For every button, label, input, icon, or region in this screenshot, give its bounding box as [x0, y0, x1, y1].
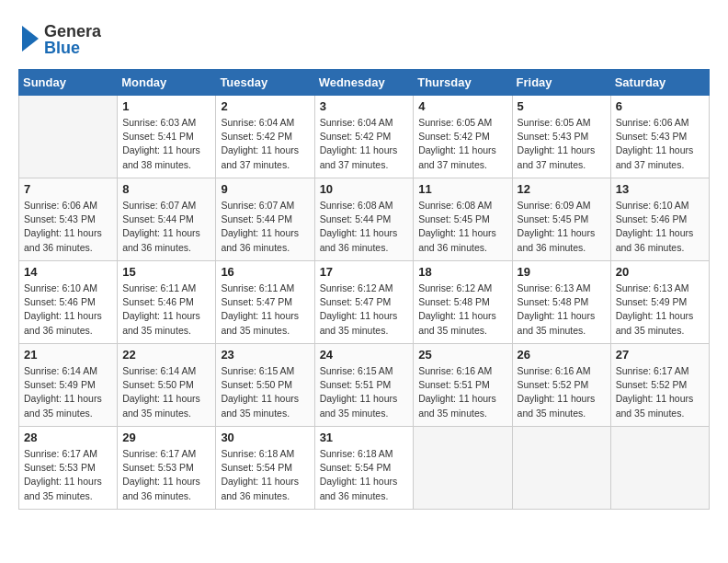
calendar-cell [19, 96, 118, 178]
logo: GeneralBlue [18, 18, 101, 60]
day-number: 1 [122, 99, 210, 113]
day-info: Sunrise: 6:12 AM Sunset: 5:48 PM Dayligh… [418, 282, 506, 338]
calendar-cell: 2Sunrise: 6:04 AM Sunset: 5:42 PM Daylig… [216, 96, 314, 178]
calendar-cell: 11Sunrise: 6:08 AM Sunset: 5:45 PM Dayli… [414, 178, 512, 261]
calendar-cell: 17Sunrise: 6:12 AM Sunset: 5:47 PM Dayli… [314, 261, 414, 344]
day-number: 26 [518, 348, 606, 362]
calendar-cell: 30Sunrise: 6:18 AM Sunset: 5:54 PM Dayli… [216, 427, 314, 510]
day-info: Sunrise: 6:18 AM Sunset: 5:54 PM Dayligh… [320, 447, 409, 503]
day-info: Sunrise: 6:18 AM Sunset: 5:54 PM Dayligh… [221, 447, 309, 503]
day-number: 15 [122, 265, 210, 279]
day-number: 5 [518, 99, 606, 113]
day-number: 7 [24, 182, 112, 196]
day-number: 20 [616, 265, 704, 279]
day-number: 22 [122, 348, 210, 362]
day-number: 29 [122, 431, 210, 444]
day-number: 14 [24, 265, 112, 279]
day-info: Sunrise: 6:13 AM Sunset: 5:48 PM Dayligh… [518, 282, 606, 338]
calendar-cell: 8Sunrise: 6:07 AM Sunset: 5:44 PM Daylig… [118, 178, 216, 261]
day-info: Sunrise: 6:07 AM Sunset: 5:44 PM Dayligh… [221, 199, 309, 255]
day-info: Sunrise: 6:17 AM Sunset: 5:53 PM Dayligh… [122, 447, 210, 503]
column-header-saturday: Saturday [610, 70, 709, 96]
day-number: 18 [418, 265, 506, 279]
calendar-cell: 15Sunrise: 6:11 AM Sunset: 5:46 PM Dayli… [118, 261, 216, 344]
day-info: Sunrise: 6:08 AM Sunset: 5:44 PM Dayligh… [320, 199, 409, 255]
day-info: Sunrise: 6:10 AM Sunset: 5:46 PM Dayligh… [616, 199, 704, 255]
day-info: Sunrise: 6:04 AM Sunset: 5:42 PM Dayligh… [221, 116, 309, 172]
header-row: SundayMondayTuesdayWednesdayThursdayFrid… [19, 70, 710, 96]
day-number: 6 [616, 99, 704, 113]
day-number: 2 [221, 99, 309, 113]
day-number: 31 [320, 431, 409, 444]
calendar-cell [610, 427, 709, 510]
calendar-cell: 29Sunrise: 6:17 AM Sunset: 5:53 PM Dayli… [118, 427, 216, 510]
calendar-table: SundayMondayTuesdayWednesdayThursdayFrid… [18, 69, 710, 510]
day-info: Sunrise: 6:05 AM Sunset: 5:43 PM Dayligh… [518, 116, 606, 172]
calendar-cell: 6Sunrise: 6:06 AM Sunset: 5:43 PM Daylig… [610, 96, 709, 178]
day-info: Sunrise: 6:06 AM Sunset: 5:43 PM Dayligh… [24, 199, 112, 255]
calendar-cell: 23Sunrise: 6:15 AM Sunset: 5:50 PM Dayli… [216, 344, 314, 427]
day-info: Sunrise: 6:17 AM Sunset: 5:52 PM Dayligh… [616, 364, 704, 420]
calendar-cell: 28Sunrise: 6:17 AM Sunset: 5:53 PM Dayli… [19, 427, 118, 510]
day-info: Sunrise: 6:03 AM Sunset: 5:41 PM Dayligh… [122, 116, 210, 172]
calendar-cell: 16Sunrise: 6:11 AM Sunset: 5:47 PM Dayli… [216, 261, 314, 344]
calendar-cell: 12Sunrise: 6:09 AM Sunset: 5:45 PM Dayli… [512, 178, 610, 261]
day-number: 11 [418, 182, 506, 196]
day-number: 24 [320, 348, 409, 362]
day-number: 4 [418, 99, 506, 113]
day-info: Sunrise: 6:16 AM Sunset: 5:51 PM Dayligh… [418, 364, 506, 420]
day-number: 25 [418, 348, 506, 362]
day-info: Sunrise: 6:14 AM Sunset: 5:50 PM Dayligh… [122, 364, 210, 420]
day-number: 13 [616, 182, 704, 196]
calendar-cell: 13Sunrise: 6:10 AM Sunset: 5:46 PM Dayli… [610, 178, 709, 261]
calendar-cell: 31Sunrise: 6:18 AM Sunset: 5:54 PM Dayli… [314, 427, 414, 510]
day-info: Sunrise: 6:11 AM Sunset: 5:46 PM Dayligh… [122, 282, 210, 338]
svg-text:General: General [44, 22, 101, 40]
column-header-monday: Monday [118, 70, 216, 96]
page-header: GeneralBlue [18, 18, 710, 60]
calendar-cell: 14Sunrise: 6:10 AM Sunset: 5:46 PM Dayli… [19, 261, 118, 344]
week-row-3: 14Sunrise: 6:10 AM Sunset: 5:46 PM Dayli… [19, 261, 710, 344]
day-number: 10 [320, 182, 409, 196]
calendar-cell: 18Sunrise: 6:12 AM Sunset: 5:48 PM Dayli… [414, 261, 512, 344]
day-info: Sunrise: 6:13 AM Sunset: 5:49 PM Dayligh… [616, 282, 704, 338]
day-number: 3 [320, 99, 409, 113]
svg-marker-0 [22, 26, 39, 52]
calendar-cell: 7Sunrise: 6:06 AM Sunset: 5:43 PM Daylig… [19, 178, 118, 261]
calendar-cell: 5Sunrise: 6:05 AM Sunset: 5:43 PM Daylig… [512, 96, 610, 178]
calendar-cell [512, 427, 610, 510]
week-row-1: 1Sunrise: 6:03 AM Sunset: 5:41 PM Daylig… [19, 96, 710, 178]
calendar-cell: 9Sunrise: 6:07 AM Sunset: 5:44 PM Daylig… [216, 178, 314, 261]
week-row-4: 21Sunrise: 6:14 AM Sunset: 5:49 PM Dayli… [19, 344, 710, 427]
column-header-wednesday: Wednesday [314, 70, 414, 96]
day-info: Sunrise: 6:15 AM Sunset: 5:50 PM Dayligh… [221, 364, 309, 420]
day-info: Sunrise: 6:15 AM Sunset: 5:51 PM Dayligh… [320, 364, 409, 420]
day-info: Sunrise: 6:08 AM Sunset: 5:45 PM Dayligh… [418, 199, 506, 255]
day-number: 12 [518, 182, 606, 196]
calendar-cell: 21Sunrise: 6:14 AM Sunset: 5:49 PM Dayli… [19, 344, 118, 427]
day-info: Sunrise: 6:04 AM Sunset: 5:42 PM Dayligh… [320, 116, 409, 172]
day-info: Sunrise: 6:09 AM Sunset: 5:45 PM Dayligh… [518, 199, 606, 255]
calendar-cell: 10Sunrise: 6:08 AM Sunset: 5:44 PM Dayli… [314, 178, 414, 261]
day-info: Sunrise: 6:05 AM Sunset: 5:42 PM Dayligh… [418, 116, 506, 172]
day-info: Sunrise: 6:12 AM Sunset: 5:47 PM Dayligh… [320, 282, 409, 338]
calendar-cell: 26Sunrise: 6:16 AM Sunset: 5:52 PM Dayli… [512, 344, 610, 427]
day-info: Sunrise: 6:07 AM Sunset: 5:44 PM Dayligh… [122, 199, 210, 255]
calendar-cell: 24Sunrise: 6:15 AM Sunset: 5:51 PM Dayli… [314, 344, 414, 427]
column-header-tuesday: Tuesday [216, 70, 314, 96]
day-number: 23 [221, 348, 309, 362]
calendar-cell: 3Sunrise: 6:04 AM Sunset: 5:42 PM Daylig… [314, 96, 414, 178]
day-number: 17 [320, 265, 409, 279]
week-row-2: 7Sunrise: 6:06 AM Sunset: 5:43 PM Daylig… [19, 178, 710, 261]
day-info: Sunrise: 6:17 AM Sunset: 5:53 PM Dayligh… [24, 447, 112, 503]
calendar-cell: 19Sunrise: 6:13 AM Sunset: 5:48 PM Dayli… [512, 261, 610, 344]
day-info: Sunrise: 6:14 AM Sunset: 5:49 PM Dayligh… [24, 364, 112, 420]
svg-text:Blue: Blue [44, 39, 80, 57]
day-number: 8 [122, 182, 210, 196]
logo-svg: GeneralBlue [18, 18, 101, 60]
calendar-cell: 4Sunrise: 6:05 AM Sunset: 5:42 PM Daylig… [414, 96, 512, 178]
calendar-cell [414, 427, 512, 510]
day-number: 9 [221, 182, 309, 196]
day-number: 30 [221, 431, 309, 444]
day-number: 21 [24, 348, 112, 362]
